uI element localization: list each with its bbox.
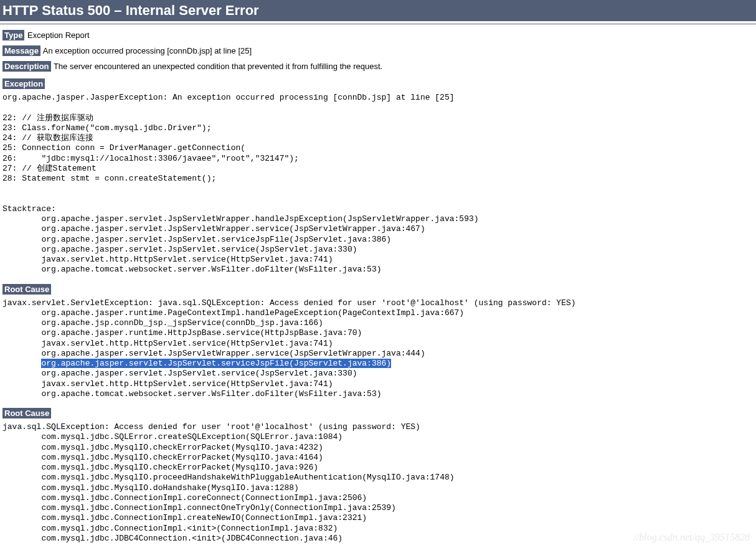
- rootcause1-post: org.apache.jasper.servlet.JspServlet.ser…: [2, 369, 382, 399]
- rootcause2-header: Root Cause: [2, 408, 51, 418]
- description-label: Description: [2, 61, 51, 72]
- error-content: Type Exception Report Message An excepti…: [0, 31, 756, 544]
- header-separator: [0, 24, 756, 24]
- type-row: Type Exception Report: [2, 31, 754, 40]
- rootcause1-pre: javax.servlet.ServletException: java.sql…: [2, 298, 576, 369]
- page-header: HTTP Status 500 – Internal Server Error: [0, 0, 756, 21]
- rootcause1-header: Root Cause: [2, 284, 51, 295]
- message-label: Message: [2, 45, 40, 56]
- rootcause1-trace[interactable]: javax.servlet.ServletException: java.sql…: [2, 298, 754, 400]
- message-value: An exception occurred processing [connDb…: [41, 46, 252, 55]
- rootcause1-highlighted-line[interactable]: org.apache.jasper.servlet.JspServlet.ser…: [41, 359, 391, 368]
- type-label: Type: [2, 30, 24, 40]
- rootcause2-trace[interactable]: java.sql.SQLException: Access denied for…: [2, 422, 754, 544]
- exception-header: Exception: [2, 78, 45, 89]
- description-value: The server encountered an unexpected con…: [52, 62, 383, 71]
- exception-trace[interactable]: org.apache.jasper.JasperException: An ex…: [2, 93, 754, 275]
- type-value: Exception Report: [25, 31, 89, 40]
- page-title: HTTP Status 500 – Internal Server Error: [2, 2, 259, 18]
- description-row: Description The server encountered an un…: [2, 62, 754, 71]
- message-row: Message An exception occurred processing…: [2, 46, 754, 55]
